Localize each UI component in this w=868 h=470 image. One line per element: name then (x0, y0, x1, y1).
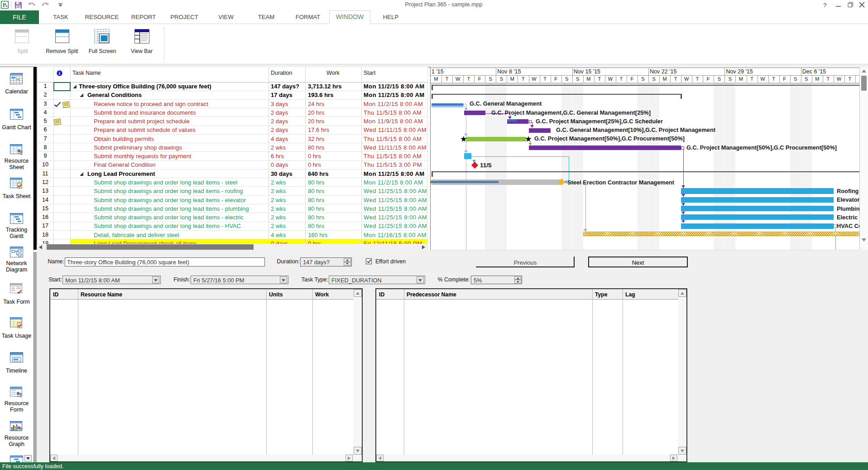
svg-text:i: i (59, 71, 60, 76)
svg-text:P: P (3, 2, 6, 8)
